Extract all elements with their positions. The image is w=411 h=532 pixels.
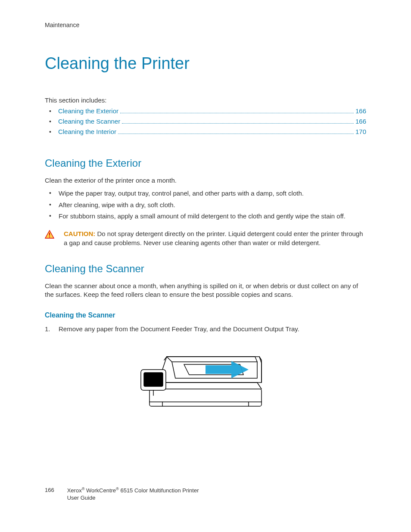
svg-rect-3: [149, 389, 262, 406]
footer-doc-title: User Guide: [67, 495, 199, 502]
bullet-icon: •: [49, 118, 51, 125]
svg-marker-10: [206, 361, 249, 378]
page-title: Cleaning the Printer: [45, 54, 366, 73]
caution-body: Do not spray detergent directly on the p…: [64, 230, 363, 246]
svg-point-2: [49, 236, 50, 237]
list-item: After cleaning, wipe with a dry, soft cl…: [45, 201, 366, 209]
list-item: For stubborn stains, apply a small amoun…: [45, 212, 366, 221]
heading-cleaning-exterior: Cleaning the Exterior: [45, 157, 366, 169]
toc-page: 166: [355, 107, 366, 115]
toc-item-exterior[interactable]: • Cleaning the Exterior 166: [45, 107, 366, 115]
bullet-icon: •: [49, 108, 51, 115]
step-1: 1. Remove any paper from the Document Fe…: [45, 325, 366, 333]
svg-rect-8: [144, 373, 163, 386]
bullet-icon: •: [49, 128, 51, 135]
toc-leader: [120, 113, 354, 113]
scanner-lead: Clean the scanner about once a month, wh…: [45, 282, 366, 299]
toc-list: • Cleaning the Exterior 166 • Cleaning t…: [45, 107, 366, 136]
step-text: Remove any paper from the Document Feede…: [59, 325, 299, 333]
exterior-lead: Clean the exterior of the printer once a…: [45, 176, 366, 185]
toc-item-interior[interactable]: • Cleaning the Interior 170: [45, 128, 366, 136]
footer-page-number: 166: [45, 487, 54, 493]
caution-label: CAUTION:: [64, 230, 95, 237]
subheading-cleaning-scanner: Cleaning the Scanner: [45, 311, 366, 319]
caution-triangle-icon: [45, 230, 57, 240]
toc-leader: [118, 134, 354, 134]
toc-page: 170: [355, 128, 366, 135]
toc-label: Cleaning the Exterior: [58, 107, 118, 115]
step-number: 1.: [45, 325, 59, 333]
page-footer: 166 Xerox® WorkCentre® 6515 Color Multif…: [45, 487, 199, 502]
heading-cleaning-scanner: Cleaning the Scanner: [45, 263, 366, 275]
section-intro: This section includes:: [45, 96, 366, 104]
list-item: Wipe the paper tray, output tray, contro…: [45, 189, 366, 198]
toc-label: Cleaning the Interior: [58, 128, 116, 135]
toc-page: 166: [355, 118, 366, 125]
footer-product-line: Xerox® WorkCentre® 6515 Color Multifunct…: [67, 487, 199, 495]
exterior-bullets: Wipe the paper tray, output tray, contro…: [45, 189, 366, 221]
toc-leader: [122, 123, 354, 124]
printer-illustration: [45, 339, 366, 414]
running-header: Maintenance: [45, 22, 366, 28]
toc-item-scanner[interactable]: • Cleaning the Scanner 166: [45, 118, 366, 125]
caution-text: CAUTION: Do not spray detergent directly…: [64, 229, 366, 247]
caution-block: CAUTION: Do not spray detergent directly…: [45, 229, 366, 247]
toc-label: Cleaning the Scanner: [58, 118, 120, 125]
